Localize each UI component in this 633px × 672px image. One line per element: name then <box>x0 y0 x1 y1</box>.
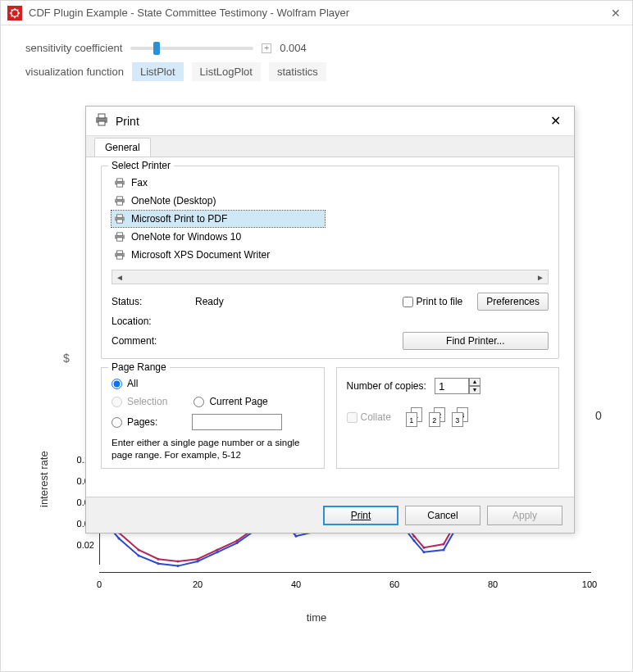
svg-rect-62 <box>117 220 123 223</box>
window-titlebar: CDF Plugin Example - State Committee Tes… <box>1 1 632 25</box>
x-axis-label: time <box>307 611 327 624</box>
svg-point-19 <box>413 535 416 538</box>
copies-group: Number of copies: ▲▼ Collate 112233 <box>336 367 560 469</box>
xtick: 40 <box>291 579 301 589</box>
svg-point-37 <box>295 535 298 538</box>
slider-value: 0.004 <box>280 42 307 54</box>
location-label: Location: <box>112 316 185 327</box>
slider-thumb[interactable] <box>153 42 160 55</box>
svg-point-27 <box>118 538 121 540</box>
svg-rect-67 <box>117 251 123 253</box>
tab-statistics[interactable]: statistics <box>269 62 326 81</box>
svg-point-32 <box>216 551 219 553</box>
dialog-title: Print <box>116 115 545 128</box>
svg-rect-52 <box>98 114 105 118</box>
tab-listplot[interactable]: ListPlot <box>132 62 184 81</box>
preferences-button[interactable]: Preferences <box>477 293 549 311</box>
scroll-left-icon[interactable]: ◄ <box>116 273 124 282</box>
svg-rect-65 <box>117 238 123 241</box>
cancel-button[interactable]: Cancel <box>405 506 480 525</box>
printer-icon <box>94 113 109 129</box>
xtick: 20 <box>193 579 203 589</box>
collate-checkbox: Collate <box>347 411 391 423</box>
svg-rect-53 <box>98 121 105 125</box>
page-range-hint: Enter either a single page number or a s… <box>112 437 314 461</box>
svg-point-6 <box>197 558 199 561</box>
print-dialog: Print ✕ General Select Printer FaxOneNot… <box>85 106 575 534</box>
window-close-button[interactable]: ✕ <box>606 7 626 20</box>
select-printer-group: Select Printer FaxOneNote (Desktop)Micro… <box>101 166 559 359</box>
vis-label: visualization function <box>25 66 124 78</box>
dialog-titlebar: Print ✕ <box>86 107 574 136</box>
ytick: 0.02 <box>70 540 94 550</box>
printer-item[interactable]: OneNote for Windows 10 <box>112 229 325 245</box>
svg-point-28 <box>138 555 140 557</box>
y-axis-label: interest rate <box>38 451 50 507</box>
xtick: 80 <box>488 579 498 589</box>
spin-up-button[interactable]: ▲ <box>469 378 480 386</box>
svg-point-45 <box>423 551 426 553</box>
collate-icons: 112233 <box>406 407 471 427</box>
copies-label: Number of copies: <box>347 380 426 392</box>
svg-rect-64 <box>117 233 123 235</box>
copies-input[interactable] <box>435 378 469 394</box>
svg-rect-59 <box>117 202 123 205</box>
xtick: 100 <box>582 579 597 589</box>
print-button[interactable]: Print <box>323 506 398 525</box>
svg-rect-58 <box>117 197 123 199</box>
pages-input[interactable] <box>192 414 282 430</box>
radio-all[interactable] <box>112 379 122 389</box>
scroll-right-icon[interactable]: ► <box>536 273 544 282</box>
spin-down-button[interactable]: ▼ <box>469 386 480 394</box>
page-range-label: Page Range <box>108 361 170 373</box>
tab-general[interactable]: General <box>94 138 151 157</box>
svg-rect-61 <box>117 215 123 217</box>
printer-item[interactable]: OneNote (Desktop) <box>112 193 325 209</box>
printer-item[interactable]: Microsoft XPS Document Writer <box>112 247 325 263</box>
svg-point-33 <box>236 542 239 544</box>
tab-listlogplot[interactable]: ListLogPlot <box>192 62 261 81</box>
radio-selection <box>112 397 122 407</box>
printer-list: FaxOneNote (Desktop)Microsoft Print to P… <box>112 175 549 263</box>
printer-item[interactable]: Microsoft Print to PDF <box>112 211 325 227</box>
collate-stack: 33 <box>452 407 471 427</box>
svg-point-5 <box>177 561 180 563</box>
app-icon <box>7 6 22 20</box>
slider-expand-button[interactable]: + <box>262 43 271 53</box>
svg-point-21 <box>443 543 445 546</box>
svg-point-46 <box>443 549 445 552</box>
svg-point-20 <box>423 547 426 549</box>
find-printer-button[interactable]: Find Printer... <box>403 332 549 350</box>
page-range-group: Page Range All Selection Current Page Pa… <box>101 367 325 469</box>
print-to-file-checkbox[interactable]: Print to file <box>403 296 463 307</box>
right-tick: 0 <box>595 409 602 422</box>
svg-rect-55 <box>117 179 123 181</box>
svg-rect-56 <box>117 184 123 187</box>
status-value: Ready <box>195 296 393 307</box>
radio-pages[interactable] <box>112 417 122 428</box>
comment-label: Comment: <box>112 335 185 347</box>
select-printer-label: Select Printer <box>108 160 174 171</box>
svg-point-7 <box>216 549 219 552</box>
xtick: 0 <box>97 579 102 589</box>
svg-point-30 <box>177 565 180 567</box>
sensitivity-slider[interactable] <box>130 47 253 50</box>
printer-scrollbar[interactable]: ◄► <box>112 270 549 284</box>
dialog-close-button[interactable]: ✕ <box>545 113 566 129</box>
radio-current-page[interactable] <box>194 397 204 407</box>
svg-point-44 <box>413 539 416 542</box>
svg-point-3 <box>138 549 140 552</box>
svg-point-31 <box>197 561 199 563</box>
collate-stack: 22 <box>429 407 449 427</box>
slider-label: sensitivity coefficient <box>25 42 122 54</box>
svg-point-29 <box>157 562 160 565</box>
window-title: CDF Plugin Example - State Committee Tes… <box>29 7 606 19</box>
apply-button[interactable]: Apply <box>487 506 562 525</box>
status-label: Status: <box>112 296 185 307</box>
svg-point-4 <box>157 558 160 561</box>
collate-stack: 11 <box>406 407 426 427</box>
printer-item[interactable]: Fax <box>112 175 325 191</box>
y-label-upper: $ <box>63 352 70 365</box>
svg-rect-68 <box>117 256 123 259</box>
xtick: 60 <box>389 579 399 589</box>
